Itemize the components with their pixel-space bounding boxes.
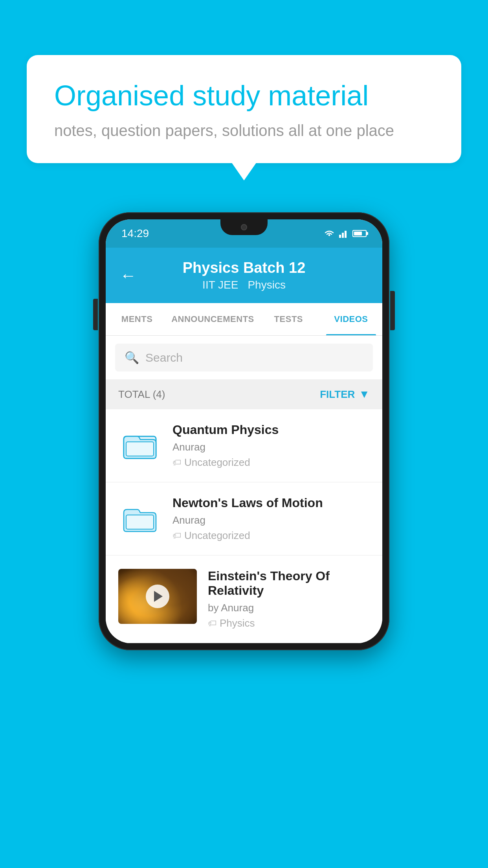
play-button-einstein[interactable] <box>146 585 169 608</box>
wifi-icon <box>323 229 335 238</box>
tab-ments[interactable]: MENTS <box>106 303 168 335</box>
subject-iitjee: IIT JEE <box>202 279 238 291</box>
phone-frame: 14:29 <box>99 212 389 650</box>
tag-label-newton: Uncategorized <box>184 530 250 542</box>
filter-label: FILTER <box>320 388 355 401</box>
tab-videos[interactable]: VIDEOS <box>320 303 382 335</box>
search-placeholder: Search <box>145 351 183 364</box>
search-field[interactable]: 🔍 Search <box>115 344 373 371</box>
tag-icon-3: 🏷 <box>208 618 216 629</box>
folder-thumbnail-quantum <box>118 423 161 466</box>
video-tag-einstein: 🏷 Physics <box>208 617 370 629</box>
video-item-einstein[interactable]: Einstein's Theory Of Relativity by Anura… <box>106 555 382 643</box>
video-info-newton: Newton's Laws of Motion Anurag 🏷 Uncateg… <box>172 496 370 542</box>
folder-thumbnail-newton <box>118 496 161 539</box>
filter-button[interactable]: FILTER ▼ <box>320 388 370 401</box>
phone-device: 14:29 <box>99 212 389 650</box>
folder-icon-2 <box>123 500 157 534</box>
status-bar: 14:29 <box>106 219 382 248</box>
video-author-einstein: by Anurag <box>208 602 370 614</box>
status-time: 14:29 <box>121 227 149 240</box>
video-title-einstein: Einstein's Theory Of Relativity <box>208 569 370 598</box>
video-info-einstein: Einstein's Theory Of Relativity by Anura… <box>208 569 370 629</box>
subject-physics: Physics <box>248 279 285 291</box>
tab-tests[interactable]: TESTS <box>257 303 320 335</box>
speech-bubble: Organised study material notes, question… <box>27 55 461 163</box>
video-item-newton[interactable]: Newton's Laws of Motion Anurag 🏷 Uncateg… <box>106 482 382 555</box>
speech-bubble-title: Organised study material <box>54 79 434 112</box>
tab-announcements[interactable]: ANNOUNCEMENTS <box>168 303 257 335</box>
svg-rect-5 <box>126 515 154 529</box>
signal-icon <box>339 229 349 238</box>
svg-rect-2 <box>345 231 347 238</box>
search-icon: 🔍 <box>125 351 139 364</box>
tag-label-einstein: Physics <box>220 617 255 629</box>
video-info-quantum: Quantum Physics Anurag 🏷 Uncategorized <box>172 423 370 469</box>
video-title-newton: Newton's Laws of Motion <box>172 496 370 510</box>
svg-rect-1 <box>342 233 344 238</box>
batch-subtitle: IIT JEE Physics <box>202 279 286 291</box>
folder-icon <box>123 427 157 461</box>
video-author-newton: Anurag <box>172 514 370 526</box>
video-title-quantum: Quantum Physics <box>172 423 370 437</box>
phone-screen: 14:29 <box>106 219 382 643</box>
play-triangle <box>154 591 163 602</box>
status-icons <box>323 229 367 238</box>
batch-title: Physics Batch 12 <box>183 259 306 276</box>
camera <box>241 224 247 230</box>
filter-bar: TOTAL (4) FILTER ▼ <box>106 379 382 409</box>
speech-bubble-wrapper: Organised study material notes, question… <box>27 55 461 180</box>
video-tag-quantum: 🏷 Uncategorized <box>172 456 370 469</box>
video-author-quantum: Anurag <box>172 441 370 453</box>
svg-rect-0 <box>339 235 341 238</box>
video-thumbnail-einstein <box>118 569 197 624</box>
video-tag-newton: 🏷 Uncategorized <box>172 530 370 542</box>
tabs-bar: MENTS ANNOUNCEMENTS TESTS VIDEOS <box>106 303 382 336</box>
speech-bubble-arrow <box>231 162 257 180</box>
notch <box>220 219 268 235</box>
battery-fill <box>354 232 362 235</box>
video-list: Quantum Physics Anurag 🏷 Uncategorized <box>106 409 382 643</box>
total-count: TOTAL (4) <box>118 388 165 401</box>
back-button[interactable]: ← <box>120 266 136 285</box>
search-container: 🔍 Search <box>106 336 382 379</box>
tag-icon-2: 🏷 <box>172 531 181 541</box>
tag-icon: 🏷 <box>172 458 181 468</box>
video-item-quantum[interactable]: Quantum Physics Anurag 🏷 Uncategorized <box>106 409 382 482</box>
tag-label-quantum: Uncategorized <box>184 456 250 469</box>
speech-bubble-subtitle: notes, question papers, solutions all at… <box>54 122 434 140</box>
app-header: ← Physics Batch 12 IIT JEE Physics <box>106 248 382 303</box>
filter-icon: ▼ <box>359 388 370 401</box>
svg-rect-4 <box>126 442 154 456</box>
battery-icon <box>352 230 367 237</box>
